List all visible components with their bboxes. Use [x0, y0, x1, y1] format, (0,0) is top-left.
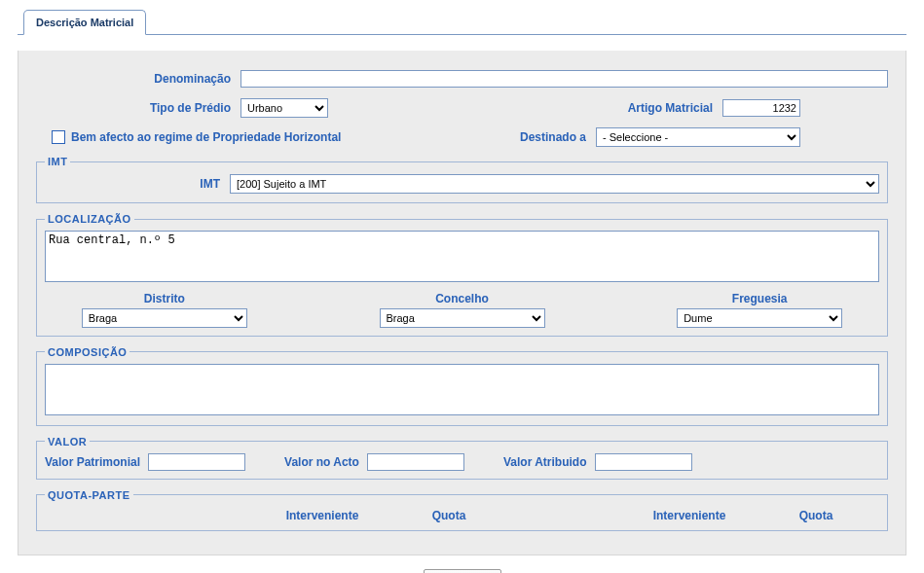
select-destinado-a[interactable]: - Seleccione -: [596, 127, 800, 147]
legend-localizacao: LOCALIZAÇÃO: [45, 213, 134, 225]
legend-quota-parte: QUOTA-PARTE: [45, 489, 133, 501]
legend-valor: VALOR: [45, 436, 90, 448]
label-artigo-matricial: Artigo Matricial: [445, 101, 722, 115]
label-valor-no-acto: Valor no Acto: [284, 455, 367, 469]
label-distrito: Distrito: [144, 292, 185, 308]
input-valor-no-acto[interactable]: [367, 453, 464, 471]
input-valor-patrimonial[interactable]: [148, 453, 245, 471]
legend-imt: IMT: [45, 156, 70, 167]
select-tipo-predio[interactable]: Urbano: [240, 98, 328, 118]
header-quota-2: Quota: [762, 509, 879, 522]
tab-descricao-matricial[interactable]: Descrição Matricial: [23, 10, 146, 35]
label-bem-afecto: Bem afecto ao regime de Propriedade Hori…: [71, 130, 341, 144]
label-valor-patrimonial: Valor Patrimonial: [45, 455, 148, 469]
fieldset-composicao: COMPOSIÇÃO: [36, 346, 888, 426]
select-distrito[interactable]: Braga: [82, 308, 247, 328]
label-destinado-a: Destinado a: [489, 130, 596, 144]
fieldset-imt: IMT IMT [200] Sujeito a IMT: [36, 156, 888, 203]
label-valor-atribuido: Valor Atribuido: [503, 455, 595, 469]
input-valor-atribuido[interactable]: [595, 453, 692, 471]
input-artigo-matricial[interactable]: [722, 99, 800, 117]
legend-composicao: COMPOSIÇÃO: [45, 346, 129, 358]
header-interveniente-2: Interveniente: [626, 509, 762, 522]
textarea-localizacao[interactable]: Rua central, n.º 5: [45, 231, 879, 282]
fieldset-quota-parte: QUOTA-PARTE Interveniente Quota Interven…: [36, 489, 888, 531]
select-concelho[interactable]: Braga: [380, 308, 545, 328]
label-imt: IMT: [45, 177, 230, 191]
button-inserir[interactable]: Inserir: [424, 569, 501, 573]
header-quota-1: Quota: [395, 509, 512, 522]
textarea-composicao[interactable]: [45, 364, 879, 415]
input-denominacao[interactable]: [240, 70, 888, 88]
fieldset-localizacao: LOCALIZAÇÃO Rua central, n.º 5 Distrito …: [36, 213, 888, 337]
select-imt[interactable]: [200] Sujeito a IMT: [230, 174, 879, 194]
tab-label: Descrição Matricial: [36, 17, 133, 28]
fieldset-valor: VALOR Valor Patrimonial Valor no Acto Va…: [36, 436, 888, 480]
header-interveniente-1: Interveniente: [259, 509, 395, 522]
select-freguesia[interactable]: Dume: [677, 308, 842, 328]
form-panel: Denominação Tipo de Prédio Urbano Artigo…: [18, 51, 906, 555]
label-denominacao: Denominação: [36, 72, 240, 86]
label-concelho: Concelho: [435, 292, 489, 308]
label-freguesia: Freguesia: [732, 292, 788, 308]
label-tipo-predio: Tipo de Prédio: [36, 101, 240, 115]
checkbox-bem-afecto[interactable]: [52, 130, 65, 144]
